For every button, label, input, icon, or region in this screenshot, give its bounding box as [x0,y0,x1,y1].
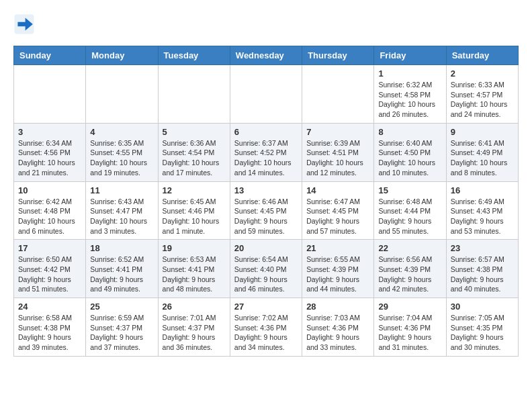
day-info: Sunrise: 6:54 AMSunset: 4:40 PMDaylight:… [234,255,298,294]
day-info: Sunrise: 6:58 AMSunset: 4:38 PMDaylight:… [18,313,81,353]
day-number: 16 [451,185,514,195]
day-info: Sunrise: 6:49 AMSunset: 4:43 PMDaylight:… [451,197,514,236]
day-info: Sunrise: 6:48 AMSunset: 4:44 PMDaylight:… [378,197,441,236]
day-number: 21 [306,243,369,253]
day-info: Sunrise: 6:42 AMSunset: 4:48 PMDaylight:… [18,197,81,236]
calendar-cell [158,65,230,124]
day-info: Sunrise: 6:52 AMSunset: 4:41 PMDaylight:… [90,255,153,294]
calendar-cell [14,65,86,124]
day-info: Sunrise: 6:41 AMSunset: 4:49 PMDaylight:… [451,138,514,178]
calendar-cell: 23Sunrise: 6:57 AMSunset: 4:38 PMDayligh… [446,240,518,298]
day-number: 20 [234,243,298,253]
day-number: 3 [18,127,81,137]
calendar-cell: 14Sunrise: 6:47 AMSunset: 4:45 PMDayligh… [302,181,374,240]
day-info: Sunrise: 6:55 AMSunset: 4:39 PMDaylight:… [306,255,369,294]
day-info: Sunrise: 7:03 AMSunset: 4:36 PMDaylight:… [306,313,369,353]
day-info: Sunrise: 7:02 AMSunset: 4:36 PMDaylight:… [234,313,298,353]
calendar-cell: 1Sunrise: 6:32 AMSunset: 4:58 PMDaylight… [374,65,446,124]
weekday-header-row: SundayMondayTuesdayWednesdayThursdayFrid… [14,46,519,65]
page-header [13,13,519,35]
calendar-cell: 16Sunrise: 6:49 AMSunset: 4:43 PMDayligh… [446,181,518,240]
weekday-header-wednesday: Wednesday [230,46,302,65]
calendar-header: SundayMondayTuesdayWednesdayThursdayFrid… [14,46,519,65]
day-info: Sunrise: 6:40 AMSunset: 4:50 PMDaylight:… [378,138,441,178]
calendar-cell: 11Sunrise: 6:43 AMSunset: 4:47 PMDayligh… [86,181,158,240]
day-info: Sunrise: 6:36 AMSunset: 4:54 PMDaylight:… [163,138,226,178]
day-number: 12 [163,185,226,195]
logo [13,13,38,35]
day-info: Sunrise: 6:37 AMSunset: 4:52 PMDaylight:… [234,138,298,178]
calendar-cell: 3Sunrise: 6:34 AMSunset: 4:56 PMDaylight… [14,123,86,181]
day-number: 26 [163,302,226,312]
day-info: Sunrise: 7:05 AMSunset: 4:35 PMDaylight:… [451,313,514,353]
calendar-cell: 6Sunrise: 6:37 AMSunset: 4:52 PMDaylight… [230,123,302,181]
day-number: 9 [451,127,514,137]
day-number: 6 [234,127,298,137]
day-number: 30 [451,302,514,312]
day-number: 27 [234,302,298,312]
calendar-cell: 17Sunrise: 6:50 AMSunset: 4:42 PMDayligh… [14,240,86,298]
day-number: 5 [163,127,226,137]
calendar-cell: 2Sunrise: 6:33 AMSunset: 4:57 PMDaylight… [446,65,518,124]
calendar-cell: 28Sunrise: 7:03 AMSunset: 4:36 PMDayligh… [302,298,374,357]
day-number: 28 [306,302,369,312]
calendar-cell: 20Sunrise: 6:54 AMSunset: 4:40 PMDayligh… [230,240,302,298]
calendar-cell [230,65,302,124]
calendar-cell: 27Sunrise: 7:02 AMSunset: 4:36 PMDayligh… [230,298,302,357]
calendar-cell: 15Sunrise: 6:48 AMSunset: 4:44 PMDayligh… [374,181,446,240]
day-info: Sunrise: 6:45 AMSunset: 4:46 PMDaylight:… [163,197,226,236]
calendar-body: 1Sunrise: 6:32 AMSunset: 4:58 PMDaylight… [14,65,519,357]
day-info: Sunrise: 6:47 AMSunset: 4:45 PMDaylight:… [306,197,369,236]
calendar-cell: 7Sunrise: 6:39 AMSunset: 4:51 PMDaylight… [302,123,374,181]
calendar-cell: 4Sunrise: 6:35 AMSunset: 4:55 PMDaylight… [86,123,158,181]
day-number: 25 [90,302,153,312]
calendar-cell: 8Sunrise: 6:40 AMSunset: 4:50 PMDaylight… [374,123,446,181]
calendar-week-row: 24Sunrise: 6:58 AMSunset: 4:38 PMDayligh… [14,298,519,357]
calendar-cell [302,65,374,124]
calendar-week-row: 10Sunrise: 6:42 AMSunset: 4:48 PMDayligh… [14,181,519,240]
day-number: 23 [451,243,514,253]
day-info: Sunrise: 6:57 AMSunset: 4:38 PMDaylight:… [451,255,514,294]
calendar-table: SundayMondayTuesdayWednesdayThursdayFrid… [13,46,519,357]
calendar-week-row: 1Sunrise: 6:32 AMSunset: 4:58 PMDaylight… [14,65,519,124]
calendar-cell: 13Sunrise: 6:46 AMSunset: 4:45 PMDayligh… [230,181,302,240]
calendar-cell: 30Sunrise: 7:05 AMSunset: 4:35 PMDayligh… [446,298,518,357]
day-info: Sunrise: 6:50 AMSunset: 4:42 PMDaylight:… [18,255,81,294]
weekday-header-thursday: Thursday [302,46,374,65]
day-info: Sunrise: 7:01 AMSunset: 4:37 PMDaylight:… [163,313,226,353]
weekday-header-sunday: Sunday [14,46,86,65]
day-info: Sunrise: 6:32 AMSunset: 4:58 PMDaylight:… [378,80,441,120]
day-info: Sunrise: 6:39 AMSunset: 4:51 PMDaylight:… [306,138,369,178]
weekday-header-tuesday: Tuesday [158,46,230,65]
calendar-week-row: 17Sunrise: 6:50 AMSunset: 4:42 PMDayligh… [14,240,519,298]
day-number: 4 [90,127,153,137]
day-number: 24 [18,302,81,312]
weekday-header-monday: Monday [86,46,158,65]
weekday-header-friday: Friday [374,46,446,65]
calendar-cell: 24Sunrise: 6:58 AMSunset: 4:38 PMDayligh… [14,298,86,357]
day-number: 1 [378,68,441,79]
weekday-header-saturday: Saturday [446,46,518,65]
calendar-cell: 25Sunrise: 6:59 AMSunset: 4:37 PMDayligh… [86,298,158,357]
calendar-cell: 9Sunrise: 6:41 AMSunset: 4:49 PMDaylight… [446,123,518,181]
day-number: 15 [378,185,441,195]
day-number: 29 [378,302,441,312]
calendar-week-row: 3Sunrise: 6:34 AMSunset: 4:56 PMDaylight… [14,123,519,181]
calendar-cell: 22Sunrise: 6:56 AMSunset: 4:39 PMDayligh… [374,240,446,298]
day-number: 18 [90,243,153,253]
day-info: Sunrise: 6:53 AMSunset: 4:41 PMDaylight:… [163,255,226,294]
calendar-cell: 10Sunrise: 6:42 AMSunset: 4:48 PMDayligh… [14,181,86,240]
day-number: 2 [451,68,514,79]
calendar-cell: 18Sunrise: 6:52 AMSunset: 4:41 PMDayligh… [86,240,158,298]
day-number: 19 [163,243,226,253]
day-info: Sunrise: 6:43 AMSunset: 4:47 PMDaylight:… [90,197,153,236]
day-info: Sunrise: 6:46 AMSunset: 4:45 PMDaylight:… [234,197,298,236]
day-info: Sunrise: 6:59 AMSunset: 4:37 PMDaylight:… [90,313,153,353]
calendar-cell [86,65,158,124]
calendar-cell: 19Sunrise: 6:53 AMSunset: 4:41 PMDayligh… [158,240,230,298]
calendar-cell: 29Sunrise: 7:04 AMSunset: 4:36 PMDayligh… [374,298,446,357]
logo-icon [13,13,35,35]
day-number: 14 [306,185,369,195]
day-number: 8 [378,127,441,137]
day-info: Sunrise: 7:04 AMSunset: 4:36 PMDaylight:… [378,313,441,353]
